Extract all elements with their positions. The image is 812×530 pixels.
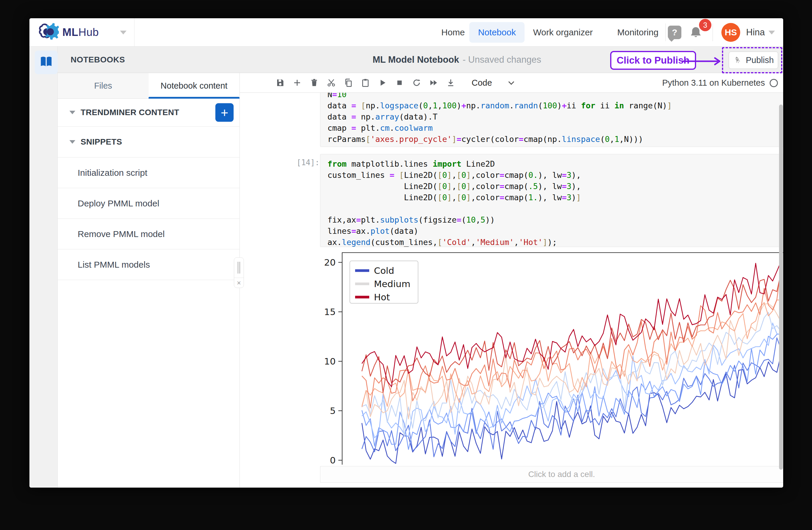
save-icon[interactable] <box>275 78 285 88</box>
chevron-down-icon <box>508 79 514 85</box>
nav-monitoring[interactable]: Monitoring <box>617 18 658 46</box>
section-trendminer-label: TRENDMINER CONTENT <box>81 108 179 117</box>
splitter-grip-icon[interactable] <box>234 257 244 278</box>
snippet-deploy-pmml-model[interactable]: Deploy PMML model <box>58 188 240 219</box>
sidebar: Files Notebook content TRENDMINER CONTEN… <box>58 73 240 488</box>
copy-cell-icon[interactable] <box>343 78 353 88</box>
svg-text:Hot: Hot <box>374 292 390 303</box>
sidebar-title: NOTEBOOKS <box>71 46 125 73</box>
notebook-toolbar: Code Python 3.11 on Kubernetes <box>240 73 783 93</box>
nav-work-organizer[interactable]: Work organizer <box>533 18 593 46</box>
restart-kernel-icon[interactable] <box>411 78 422 88</box>
user-name[interactable]: Hina <box>746 18 765 46</box>
collapse-caret-icon[interactable] <box>70 140 75 144</box>
delete-cell-icon[interactable] <box>309 78 319 88</box>
notebook-status: - Unsaved changes <box>463 55 541 65</box>
kernel-indicator[interactable]: Python 3.11 on Kubernetes <box>662 73 778 93</box>
snippet-list-pmml-models[interactable]: List PMML models <box>58 249 240 280</box>
collapse-caret-icon[interactable] <box>70 111 75 114</box>
open-book-icon <box>40 56 53 69</box>
workspace-dropdown-icon[interactable] <box>120 31 127 34</box>
kernel-status-icon <box>770 79 778 87</box>
restart-run-all-icon[interactable] <box>429 78 439 88</box>
brain-gear-logo-icon <box>38 23 59 42</box>
notification-badge: 3 <box>699 19 711 31</box>
download-icon[interactable] <box>446 78 456 88</box>
notebook-title-group: ML Model Notebook - Unsaved changes <box>373 46 541 73</box>
svg-text:Cold: Cold <box>374 265 394 276</box>
code-cell[interactable]: from matplotlib.lines import Line2Dcusto… <box>320 154 783 247</box>
cell-type-value: Code <box>472 78 492 88</box>
sidebar-splitter[interactable]: × <box>234 257 244 288</box>
nav-home[interactable]: Home <box>441 18 465 46</box>
interrupt-kernel-icon[interactable] <box>394 78 405 88</box>
cut-cell-icon[interactable] <box>326 78 336 88</box>
cell-prompt: [14]: <box>296 158 319 167</box>
svg-text:15: 15 <box>324 307 336 317</box>
app-window: MLHub Home Notebook Work organizer Monit… <box>29 18 783 488</box>
notebooks-rail-button[interactable] <box>35 51 58 74</box>
publish-button[interactable]: Publish <box>729 52 778 69</box>
snippet-remove-pmml-model[interactable]: Remove PMML model <box>58 219 240 249</box>
subheader-band: NOTEBOOKS ML Model Notebook - Unsaved ch… <box>29 46 783 73</box>
cell-type-select[interactable]: Code <box>472 78 512 88</box>
section-trendminer-content[interactable]: TRENDMINER CONTENT + <box>58 99 240 127</box>
section-snippets[interactable]: SNIPPETS <box>58 127 240 157</box>
help-icon[interactable]: ? <box>668 26 681 39</box>
cell-output-chart: 05101520ColdMediumHot <box>322 250 783 465</box>
svg-text:0: 0 <box>330 455 336 465</box>
tab-notebook-content[interactable]: Notebook content <box>148 73 240 98</box>
logo-text: MLHub <box>62 26 99 39</box>
screenshot-frame: MLHub Home Notebook Work organizer Monit… <box>0 0 812 530</box>
notebook-scroll-area[interactable]: N=10data = [np.logspace(0,1,100)+np.rand… <box>240 93 783 488</box>
user-menu-chevron-icon[interactable] <box>768 31 775 34</box>
chart-svg: 05101520ColdMediumHot <box>322 250 783 465</box>
app-logo[interactable]: MLHub <box>38 18 99 46</box>
kernel-label: Python 3.11 on Kubernetes <box>662 78 765 88</box>
run-cell-icon[interactable] <box>377 78 388 88</box>
add-content-button[interactable]: + <box>215 103 234 122</box>
avatar[interactable]: HS <box>721 23 740 42</box>
notebook-title: ML Model Notebook <box>373 55 459 65</box>
top-header: MLHub Home Notebook Work organizer Monit… <box>29 18 783 46</box>
left-rail <box>29 46 58 488</box>
annotation-arrow-icon <box>682 57 723 65</box>
sidebar-tabs: Files Notebook content <box>58 73 240 99</box>
snippet-initialization-script[interactable]: Initialization script <box>58 157 240 188</box>
add-cell-button[interactable]: Click to add a cell. <box>320 466 783 483</box>
header-divider <box>134 18 134 46</box>
nav-notebook[interactable]: Notebook <box>469 22 525 43</box>
splitter-close-icon[interactable]: × <box>234 278 244 288</box>
svg-text:5: 5 <box>330 405 336 416</box>
vertical-scrollbar[interactable] <box>779 104 783 470</box>
section-snippets-label: SNIPPETS <box>81 137 122 147</box>
publish-label: Publish <box>746 55 774 65</box>
code-cell[interactable]: N=10data = [np.logspace(0,1,100)+np.rand… <box>320 93 783 147</box>
svg-text:20: 20 <box>324 257 336 268</box>
insert-cell-icon[interactable] <box>292 78 302 88</box>
tab-files[interactable]: Files <box>58 73 148 98</box>
paste-cell-icon[interactable] <box>360 78 371 88</box>
svg-text:Medium: Medium <box>374 279 410 289</box>
rocket-icon <box>732 55 743 66</box>
svg-text:10: 10 <box>324 356 336 366</box>
